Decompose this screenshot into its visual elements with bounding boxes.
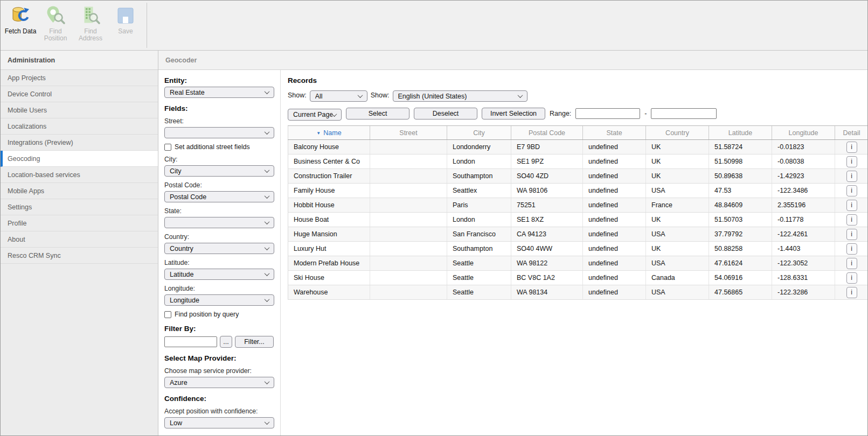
chevron-down-icon <box>265 193 270 199</box>
detail-button[interactable]: i <box>846 142 857 153</box>
cell-state: undefined <box>583 271 646 285</box>
column-header-detail[interactable]: Detail <box>835 126 868 140</box>
select-button[interactable]: Select <box>346 108 409 119</box>
table-row[interactable]: WarehouseSeattleWA 98134undefinedUSA47.5… <box>288 285 868 300</box>
table-row[interactable]: Huge MansionSan FranciscoCA 94123undefin… <box>288 227 868 242</box>
column-header-country[interactable]: Country <box>646 126 709 140</box>
column-header-street[interactable]: Street <box>370 126 447 140</box>
postal-field-label: Postal Code: <box>164 181 274 189</box>
table-row[interactable]: Balcony HouseLondonderryE7 9BDundefinedU… <box>288 140 868 154</box>
cell-city: Seattle <box>447 285 511 300</box>
sidebar-item-resco-crm-sync[interactable]: Resco CRM Sync <box>1 248 158 264</box>
checkbox-icon[interactable] <box>164 144 171 151</box>
table-row[interactable]: Hobbit HouseParis75251undefinedFrance48.… <box>288 198 868 213</box>
table-row[interactable]: Modern Prefab HouseSeattleWA 98122undefi… <box>288 256 868 271</box>
table-row[interactable]: Ski HouseSeattleBC V8C 1A2undefinedCanad… <box>288 271 868 285</box>
find-address-button[interactable]: Find Address <box>74 4 107 42</box>
sidebar-item-geocoding[interactable]: Geocoding <box>1 151 158 167</box>
show-filter-select[interactable]: All <box>310 90 367 102</box>
detail-button[interactable]: i <box>846 156 857 167</box>
sidebar-item-mobile-apps[interactable]: Mobile Apps <box>1 183 158 199</box>
toolbar-divider <box>147 3 147 48</box>
longitude-field-select[interactable]: Longitude <box>164 294 274 306</box>
city-field-select[interactable]: City <box>164 165 274 177</box>
column-header-name[interactable]: ▼Name <box>288 126 370 140</box>
sidebar-item-location-based-services[interactable]: Location-based services <box>1 167 158 183</box>
table-row[interactable]: Family HouseSeattlexWA 98106undefinedUSA… <box>288 184 868 198</box>
table-row[interactable]: Luxury HutSouthamptonSO40 4WWundefinedUK… <box>288 242 868 256</box>
range-from-input[interactable] <box>575 108 640 119</box>
find-position-query-checkbox-label: Find position by query <box>175 311 239 318</box>
deselect-button[interactable]: Deselect <box>414 108 477 119</box>
sidebar-item-mobile-users[interactable]: Mobile Users <box>1 102 158 118</box>
confidence-select[interactable]: Low <box>164 417 274 428</box>
cell-lat: 50.88258 <box>709 242 772 256</box>
cell-lng: -0.08038 <box>772 154 835 169</box>
street-field-select[interactable] <box>164 127 274 138</box>
city-field-value: City <box>170 167 265 175</box>
column-header-postal-code[interactable]: Postal Code <box>511 126 583 140</box>
cell-detail: i <box>835 213 868 227</box>
sidebar-item-localizations[interactable]: Localizations <box>1 118 158 135</box>
find-position-button[interactable]: Find Position <box>39 4 72 42</box>
table-row[interactable]: Business Center & CoLondonSE1 9PZundefin… <box>288 154 868 169</box>
detail-button[interactable]: i <box>846 200 857 211</box>
cell-detail: i <box>835 271 868 285</box>
filter-input[interactable] <box>164 336 217 347</box>
sidebar-item-integrations-preview[interactable]: Integrations (Preview) <box>1 135 158 151</box>
sidebar-item-label: Settings <box>8 203 32 211</box>
sort-desc-icon: ▼ <box>316 131 321 136</box>
sidebar-item-label: App Projects <box>8 74 46 82</box>
column-header-city[interactable]: City <box>447 126 511 140</box>
cell-country: USA <box>646 227 709 242</box>
cell-city: Seattlex <box>447 184 511 198</box>
table-header-row: ▼NameStreetCityPostal CodeStateCountryLa… <box>288 126 868 140</box>
filter-button[interactable]: Filter... <box>235 336 274 348</box>
table-row[interactable]: Construction TrailerSouthamptonSO40 4ZDu… <box>288 169 868 184</box>
cell-name: Construction Trailer <box>288 169 370 184</box>
state-field-select[interactable] <box>164 217 274 228</box>
detail-button[interactable]: i <box>846 243 857 255</box>
sidebar-item-device-control[interactable]: Device Control <box>1 86 158 102</box>
sidebar-item-label: Mobile Users <box>8 107 47 114</box>
chevron-down-icon <box>265 219 270 224</box>
column-header-state[interactable]: State <box>583 126 646 140</box>
latitude-field-value: Latitude <box>170 271 265 278</box>
show-language-select[interactable]: English (United States) <box>393 90 527 102</box>
entity-select[interactable]: Real Estate <box>164 87 274 98</box>
find-position-icon <box>45 5 66 26</box>
find-position-query-checkbox-row[interactable]: Find position by query <box>164 311 274 318</box>
sidebar-item-app-projects[interactable]: App Projects <box>1 70 158 86</box>
longitude-field-value: Longitude <box>170 297 265 304</box>
additional-street-checkbox-row[interactable]: Set additional street fields <box>164 143 274 151</box>
latitude-field-select[interactable]: Latitude <box>164 269 274 280</box>
column-header-longitude[interactable]: Longitude <box>772 126 835 140</box>
detail-button[interactable]: i <box>846 287 857 298</box>
detail-button[interactable]: i <box>846 185 857 196</box>
detail-button[interactable]: i <box>846 258 857 269</box>
cell-name: Luxury Hut <box>288 242 370 256</box>
filter-ellipsis-button[interactable]: ... <box>220 336 232 348</box>
fetch-data-button[interactable]: Fetch Data <box>4 4 37 35</box>
sidebar-item-settings[interactable]: Settings <box>1 199 158 215</box>
detail-button[interactable]: i <box>846 171 857 182</box>
sidebar-item-profile[interactable]: Profile <box>1 215 158 231</box>
postal-field-select[interactable]: Postal Code <box>164 191 274 202</box>
detail-button[interactable]: i <box>846 214 857 226</box>
sidebar-item-about[interactable]: About <box>1 231 158 248</box>
cell-lat: 47.61624 <box>709 256 772 271</box>
invert-selection-button[interactable]: Invert Selection <box>482 108 545 119</box>
column-header-label: State <box>606 129 622 137</box>
save-button[interactable]: Save <box>109 4 142 35</box>
detail-button[interactable]: i <box>846 272 857 284</box>
map-provider-select[interactable]: Azure <box>164 377 274 388</box>
detail-button[interactable]: i <box>846 229 857 240</box>
column-header-latitude[interactable]: Latitude <box>709 126 772 140</box>
table-row[interactable]: House BoatLondonSE1 8XZundefinedUK51.507… <box>288 213 868 227</box>
confidence-value: Low <box>170 419 265 427</box>
checkbox-icon[interactable] <box>164 311 171 318</box>
country-field-select[interactable]: Country <box>164 243 274 254</box>
sidebar-item-label: Location-based services <box>8 171 80 179</box>
page-scope-select[interactable]: Current Page <box>288 109 342 121</box>
range-to-input[interactable] <box>651 108 717 119</box>
